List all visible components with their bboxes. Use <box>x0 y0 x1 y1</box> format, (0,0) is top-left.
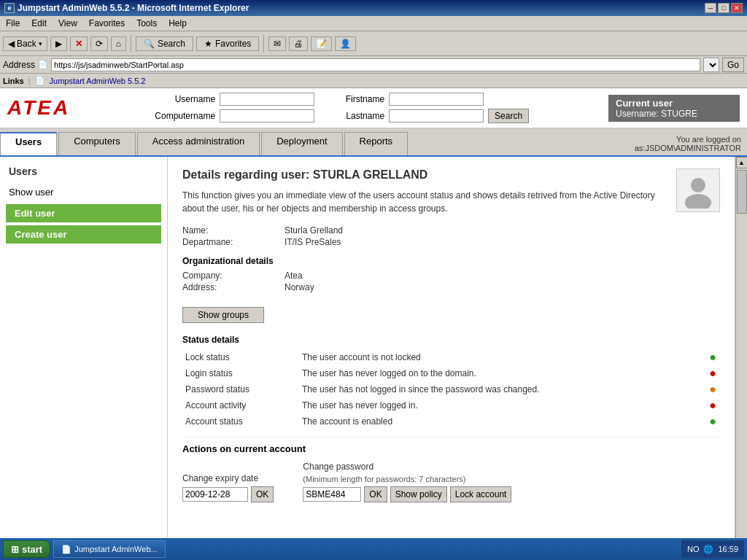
sidebar-item-show-user[interactable]: Show user <box>0 183 167 201</box>
separator2 <box>263 35 264 52</box>
mail-button[interactable]: ✉ <box>268 36 286 51</box>
current-user-title: Current user <box>616 98 732 109</box>
start-button[interactable]: ⊞ start <box>3 540 50 552</box>
print-button[interactable]: 🖨 <box>289 36 308 51</box>
links-separator: | <box>28 77 31 85</box>
details-description: This function gives you an immediate vie… <box>182 189 720 215</box>
lock-account-button[interactable]: Lock account <box>450 486 512 502</box>
sidebar-item-edit-user[interactable]: Edit user <box>6 204 161 222</box>
page-icon: 📄 <box>38 60 48 69</box>
home-icon: ⌂ <box>116 39 121 49</box>
actions-title: Actions on current account <box>182 443 720 454</box>
password-ok-button[interactable]: OK <box>364 486 387 502</box>
taskbar-clock: NO 🌐 16:59 <box>681 540 744 552</box>
status-row-value: The user has not logged in since the pas… <box>299 381 705 397</box>
tab-reports[interactable]: Reports <box>344 132 409 155</box>
scroll-thumb[interactable] <box>737 170 747 214</box>
lastname-input[interactable] <box>389 109 484 122</box>
menu-bar: File Edit View Favorites Tools Help <box>0 16 747 31</box>
user-button[interactable]: 👤 <box>335 36 356 51</box>
close-button[interactable]: ✕ <box>731 3 743 13</box>
computername-input[interactable] <box>220 109 314 122</box>
links-link[interactable]: Jumpstart AdminWeb 5.5.2 <box>50 77 146 85</box>
tab-users[interactable]: Users <box>0 132 57 155</box>
menu-tools[interactable]: Tools <box>133 18 160 29</box>
edit-button[interactable]: 📝 <box>311 36 332 51</box>
back-button[interactable]: ◀ Back ▾ <box>3 36 47 51</box>
org-info-table: Company: Atea Address: Norway <box>182 271 720 292</box>
tab-access-administration[interactable]: Access administration <box>137 132 260 155</box>
status-row-label: Lock status <box>182 349 299 365</box>
forward-button[interactable]: ▶ <box>50 36 67 51</box>
address-label: Address <box>3 60 35 70</box>
password-action-group: Change password (Minimum length for pass… <box>303 462 511 502</box>
home-button[interactable]: ⌂ <box>111 36 126 51</box>
separator <box>131 35 131 52</box>
expiry-input[interactable] <box>182 487 248 502</box>
show-groups-button[interactable]: Show groups <box>182 307 264 323</box>
scroll-up-button[interactable]: ▲ <box>736 157 748 168</box>
status-section-title: Status details <box>182 335 720 345</box>
firstname-input[interactable] <box>389 93 484 106</box>
scroll-track[interactable] <box>736 168 748 548</box>
app-icon: e <box>4 3 15 13</box>
computername-label: Computername <box>150 111 215 121</box>
company-label: Company: <box>182 271 285 281</box>
toolbar: ◀ Back ▾ ▶ ✕ ⟳ ⌂ 🔍 Search ★ Favorites ✉ … <box>0 31 747 56</box>
refresh-icon: ⟳ <box>96 39 103 49</box>
tab-deployment[interactable]: Deployment <box>261 132 342 155</box>
status-row-value: The account is enabled <box>299 413 705 429</box>
status-row-icon: ● <box>705 365 720 381</box>
status-row-value: The user has never logged on to the doma… <box>299 365 705 381</box>
search-button[interactable]: Search <box>488 109 529 123</box>
current-user-box: Current user Username: STUGRE <box>608 95 740 122</box>
links-item: 📄 <box>35 76 45 85</box>
expiry-label: Change expiry date <box>182 473 274 483</box>
sidebar-item-create-user[interactable]: Create user <box>6 225 161 244</box>
expiry-ok-button[interactable]: OK <box>251 486 274 502</box>
name-label: Name: <box>182 225 285 236</box>
go-button[interactable]: Go <box>722 58 744 72</box>
status-row-icon: ● <box>705 413 720 429</box>
address-dropdown[interactable] <box>703 58 719 72</box>
menu-favorites[interactable]: Favorites <box>86 18 128 29</box>
status-row: Login status The user has never logged o… <box>182 365 720 381</box>
actions-row: Change expiry date OK Change password (M… <box>182 462 720 502</box>
menu-edit[interactable]: Edit <box>28 18 50 29</box>
address-input[interactable] <box>51 58 700 71</box>
taskbar-language: NO <box>687 545 700 552</box>
svg-point-0 <box>691 178 705 192</box>
stop-button[interactable]: ✕ <box>70 36 88 51</box>
title-bar: e Jumpstart AdminWeb 5.5.2 - Microsoft I… <box>0 0 747 16</box>
search-toolbar-button[interactable]: 🔍 Search <box>136 36 193 51</box>
minimize-button[interactable]: ─ <box>705 3 716 13</box>
status-row-label: Account activity <box>182 397 299 413</box>
main-panel: Details regarding user: STURLA GRELLAND … <box>168 157 735 552</box>
edit-icon: 📝 <box>316 39 327 49</box>
username-input[interactable] <box>220 93 314 106</box>
taskbar: ⊞ start 📄 Jumpstart AdminWeb... NO 🌐 16:… <box>0 538 747 552</box>
windows-icon: ⊞ <box>11 544 19 553</box>
menu-view[interactable]: View <box>55 18 80 29</box>
maximize-button[interactable]: □ <box>718 3 729 13</box>
password-input[interactable] <box>303 487 361 502</box>
current-user-value: Username: STUGRE <box>616 109 732 119</box>
menu-help[interactable]: Help <box>166 18 190 29</box>
links-label: Links <box>3 77 24 85</box>
stop-icon: ✕ <box>75 39 82 49</box>
taskbar-window-button[interactable]: 📄 Jumpstart AdminWeb... <box>53 540 166 552</box>
firstname-label: Firstname <box>319 94 384 104</box>
svg-point-1 <box>685 194 711 209</box>
taskbar-time: 16:59 <box>718 545 738 552</box>
menu-file[interactable]: File <box>3 18 23 29</box>
nav-tabs: Users Computers Access administration De… <box>0 129 747 157</box>
tab-computers[interactable]: Computers <box>58 132 136 155</box>
print-icon: 🖨 <box>294 39 303 49</box>
show-policy-button[interactable]: Show policy <box>390 486 447 502</box>
status-row: Account activity The user has never logg… <box>182 397 720 413</box>
status-row-label: Login status <box>182 365 299 381</box>
scrollbar: ▲ ▼ <box>735 157 747 552</box>
refresh-button[interactable]: ⟳ <box>90 36 108 51</box>
search-form: Username Firstname Computername Lastname… <box>150 93 529 123</box>
favorites-toolbar-button[interactable]: ★ Favorites <box>196 36 259 51</box>
